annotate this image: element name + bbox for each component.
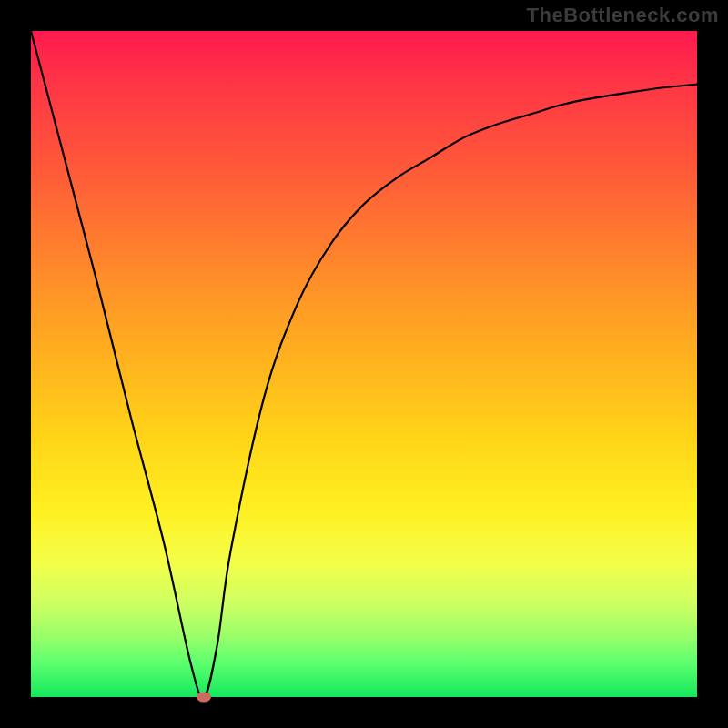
watermark-text: TheBottleneck.com bbox=[527, 4, 719, 27]
minimum-marker bbox=[197, 693, 211, 703]
chart-container: TheBottleneck.com bbox=[0, 0, 728, 728]
bottleneck-curve bbox=[31, 31, 697, 697]
plot-area bbox=[31, 31, 697, 697]
